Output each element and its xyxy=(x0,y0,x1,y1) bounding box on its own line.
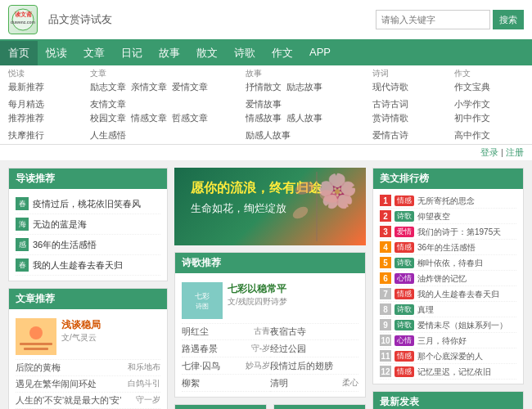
svg-text:七彩: 七彩 xyxy=(195,292,210,300)
poem-link[interactable]: 段情过后的翅膀 xyxy=(270,360,333,372)
nav-item-app[interactable]: APP xyxy=(301,41,339,65)
poem-list-item: 段情过后的翅膀 xyxy=(270,358,358,375)
poem-recommend-title: 诗歌推荐 xyxy=(175,253,365,273)
sub-link-follow[interactable]: 扶摩推行 xyxy=(8,129,44,142)
rank-link-1[interactable]: 无所寄托的思念 xyxy=(417,196,475,206)
article-featured-link[interactable]: 浅谈稳局 xyxy=(61,319,101,330)
guide-icon-1: 春 xyxy=(16,197,29,210)
register-link[interactable]: 注册 xyxy=(506,147,524,157)
rank-tag-12: 情感 xyxy=(394,366,414,377)
sub-link-lyrical[interactable]: 抒情散文 xyxy=(246,81,282,93)
rank-link-10[interactable]: 三月，待你好 xyxy=(417,335,467,346)
article-link[interactable]: 遇见在繁华闹间环处 xyxy=(16,378,97,390)
sub-link-philosophy[interactable]: 哲感文章 xyxy=(172,112,208,124)
rank-link-3[interactable]: 我们的诗于：第1975天 xyxy=(417,227,501,237)
nav-item-home[interactable]: 首页 xyxy=(0,41,38,65)
poem-link[interactable]: 夜宿古寺 xyxy=(270,326,306,338)
sub-link-love-poem[interactable]: 爱情古诗 xyxy=(372,129,408,142)
guide-recommend-section: 导读推荐 春 疫情过后，桃花依旧笑春风 海 无边的蓝是海 感 36年的生活感悟 … xyxy=(8,168,168,281)
poem-link[interactable]: 柳絮 xyxy=(182,377,200,389)
article-link[interactable]: 人生的'不安'就是最大的'安' xyxy=(16,394,121,407)
nav-item-story[interactable]: 故事 xyxy=(151,41,188,65)
sub-link-campus[interactable]: 校园文章 xyxy=(90,112,126,124)
poem-link[interactable]: 清明 xyxy=(270,377,288,389)
search-button[interactable]: 搜索 xyxy=(493,10,524,29)
nav-item-article[interactable]: 文章 xyxy=(75,41,113,65)
poem-featured-info: 七彩以稳常平 文/残院四野诗梦 xyxy=(228,282,287,319)
poem-link[interactable]: 七律·囚鸟 xyxy=(182,360,220,372)
nav-item-read[interactable]: 悦读 xyxy=(38,41,75,65)
sub-link-inspire-story[interactable]: 励志故事 xyxy=(286,81,322,93)
rank-num-11: 11 xyxy=(380,350,391,362)
poem-link[interactable]: 路遇春景 xyxy=(182,343,218,355)
rank-link-5[interactable]: 柳叶依依，待春归 xyxy=(417,258,483,268)
rank-link-6[interactable]: 油炸饼的记忆 xyxy=(417,273,467,284)
search-input[interactable] xyxy=(376,10,490,29)
guide-link-4[interactable]: 我的人生趁春去春天归 xyxy=(33,259,123,272)
rank-link-11[interactable]: 那个心底深爱的人 xyxy=(417,351,483,362)
right-column: 美文排行榜 1 情感 无所寄托的思念 2 诗歌 仰望夜空 3 爱情 我们的诗于：… xyxy=(372,168,524,409)
sub-link-love-story[interactable]: 爱情故事 xyxy=(246,98,282,110)
sub-link-life[interactable]: 人生感悟 xyxy=(90,129,126,142)
nav-item-prose[interactable]: 散文 xyxy=(188,41,226,65)
rank-num-10: 10 xyxy=(380,335,391,346)
rank-link-9[interactable]: 爱情未尽（姐妹系列一） xyxy=(417,320,507,330)
sub-nav-article: 文章 励志文章 亲情文章 爱情文章 友情文章 校园文章 情感文章 哲感文章 人生… xyxy=(90,68,233,142)
search-area: 搜索 xyxy=(376,10,524,29)
sub-link-emotion[interactable]: 情感文章 xyxy=(131,112,167,124)
sub-link-modern-poem[interactable]: 现代诗歌 xyxy=(372,81,408,93)
sub-link-high-essay[interactable]: 高中作文 xyxy=(454,129,490,142)
svg-text:读文斋: 读文斋 xyxy=(15,11,33,18)
rank-num-8: 8 xyxy=(380,303,391,315)
poem-recommend-section: 诗歌推荐 七彩 诗图 七彩以稳常平 文/残院四野诗梦 xyxy=(174,252,366,398)
guide-link-1[interactable]: 疫情过后，桃花依旧笑春风 xyxy=(33,198,141,210)
nav-item-essay[interactable]: 作文 xyxy=(264,41,301,65)
sub-link-newest[interactable]: 最新推荐 xyxy=(8,81,44,93)
rank-tag-10: 心情 xyxy=(394,335,414,346)
guide-recommend-body: 春 疫情过后，桃花依旧笑春风 海 无边的蓝是海 感 36年的生活感悟 春 我的人… xyxy=(9,189,167,281)
rank-tag-8: 诗歌 xyxy=(394,304,414,315)
article-featured-info: 浅谈稳局 文/气灵云 xyxy=(61,318,101,355)
poem-featured: 七彩 诗图 七彩以稳常平 文/残院四野诗梦 xyxy=(182,278,358,324)
svg-text:诗图: 诗图 xyxy=(196,303,209,310)
poem-link[interactable]: 经过公园 xyxy=(270,343,306,355)
poem-author: 古青 xyxy=(254,326,270,338)
sub-link-middle-essay[interactable]: 初中作文 xyxy=(454,112,490,124)
rank-link-7[interactable]: 我的人生趁春去春天归 xyxy=(417,289,499,299)
rank-link-2[interactable]: 仰望夜空 xyxy=(417,211,450,222)
main-nav: 首页 悦读 文章 日记 故事 散文 诗歌 作文 APP xyxy=(0,41,532,65)
header: 读文斋 duwenz.com 品文赏诗试友 搜索 xyxy=(0,0,532,41)
guide-icon-3: 感 xyxy=(16,238,29,251)
poem-link[interactable]: 明红尘 xyxy=(182,326,209,338)
sub-link-feel-story[interactable]: 情感故事 xyxy=(246,112,282,124)
sub-link-family[interactable]: 亲情文章 xyxy=(131,81,167,93)
article-link[interactable]: 后院的黄梅 xyxy=(16,362,61,374)
guide-link-2[interactable]: 无边的蓝是海 xyxy=(33,218,87,231)
rank-link-8[interactable]: 真理 xyxy=(417,304,434,315)
poem-featured-link[interactable]: 七彩以稳常平 xyxy=(228,283,286,294)
login-link[interactable]: 登录 xyxy=(480,147,498,157)
nav-item-poem[interactable]: 诗歌 xyxy=(226,41,264,65)
sub-link-recommend[interactable]: 推荐推荐 xyxy=(8,112,44,124)
sub-link-ancient-poem[interactable]: 古诗古词 xyxy=(372,98,408,110)
sub-link-inspirational[interactable]: 励志文章 xyxy=(90,81,126,93)
sub-link-touching[interactable]: 感人故事 xyxy=(286,112,322,124)
guide-link-3[interactable]: 36年的生活感悟 xyxy=(33,239,97,251)
mid-bottom-row: 日记推荐 日记 图文 年，就送我们定了 文/诗情花雨landsixi xyxy=(174,404,366,409)
sub-nav-article-label: 文章 xyxy=(90,68,233,79)
sub-link-primary-essay[interactable]: 小学作文 xyxy=(454,98,490,110)
rank-link-4[interactable]: 36年的生活感悟 xyxy=(417,242,476,253)
logo-icon: 读文斋 duwenz.com xyxy=(8,5,38,34)
guide-icon-4: 春 xyxy=(16,258,29,272)
rank-list: 1 情感 无所寄托的思念 2 诗歌 仰望夜空 3 爱情 我们的诗于：第1975天… xyxy=(373,189,523,384)
nav-item-diary[interactable]: 日记 xyxy=(113,41,151,65)
sub-link-love-article[interactable]: 爱情文章 xyxy=(172,81,208,93)
sub-link-appreciate-poem[interactable]: 赏诗情歌 xyxy=(372,112,408,124)
rank-link-12[interactable]: 记忆里迟，记忆依旧 xyxy=(417,366,491,377)
new-posts-title: 最新发表 xyxy=(373,392,523,409)
sub-link-monthly[interactable]: 每月精选 xyxy=(8,98,44,110)
sub-link-people[interactable]: 励感人故事 xyxy=(246,129,291,142)
sub-link-essay-guide[interactable]: 作文宝典 xyxy=(454,81,490,93)
sub-link-friendship[interactable]: 友情文章 xyxy=(90,98,126,110)
article-recommend-title: 文章推荐 xyxy=(9,289,167,309)
